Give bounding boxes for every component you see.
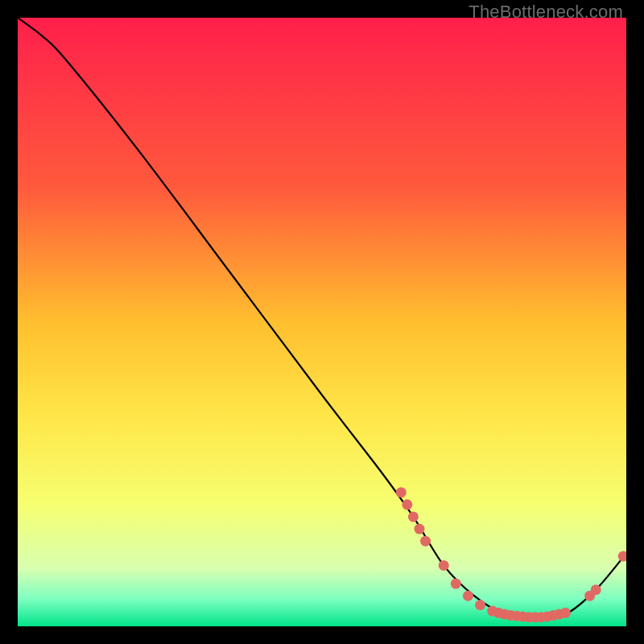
marker-point [560, 608, 571, 618]
marker-point [439, 560, 449, 571]
marker-point [420, 536, 431, 547]
marker-point [475, 600, 485, 610]
bottleneck-chart [18, 18, 626, 626]
chart-frame [18, 18, 626, 626]
marker-point [402, 499, 412, 510]
chart-background [18, 18, 626, 626]
marker-point [463, 591, 473, 601]
marker-point [451, 579, 461, 589]
marker-point [414, 524, 424, 535]
marker-point [396, 487, 407, 497]
marker-point [408, 511, 419, 522]
marker-point [591, 584, 601, 595]
